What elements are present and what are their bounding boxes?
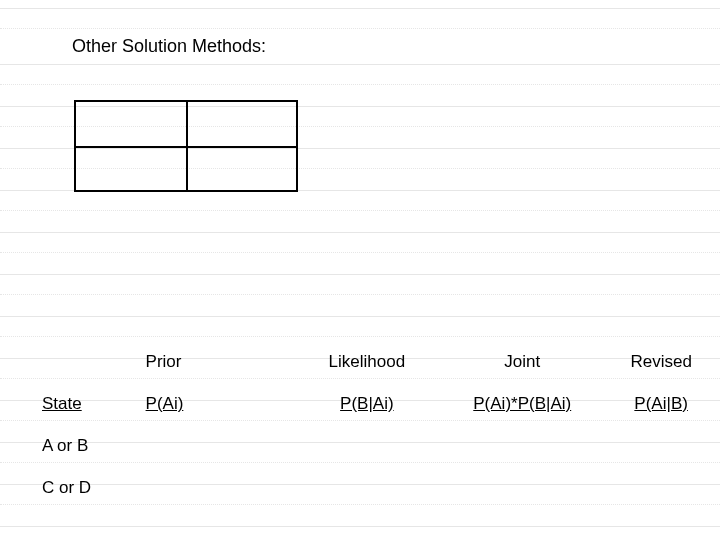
table-cell-state: C or D [0, 478, 152, 498]
section-heading: Other Solution Methods: [72, 36, 266, 57]
table-cell-state: A or B [0, 436, 152, 456]
table-row: C or D [0, 478, 720, 498]
grid-hline [76, 146, 296, 148]
table-subheader-likelihood: P(B|Ai) [292, 394, 443, 414]
table-header-joint: Joint [442, 352, 602, 372]
table-subheader-state: State [0, 394, 146, 414]
table-row: A or B [0, 436, 720, 456]
table-header-likelihood: Likelihood [292, 352, 443, 372]
lined-background [0, 0, 720, 540]
table-subheader-revised: P(Ai|B) [602, 394, 720, 414]
table-header-state [0, 352, 146, 372]
empty-2x2-grid [74, 100, 298, 192]
table-header-row: Prior Likelihood Joint Revised [0, 352, 720, 372]
table-subheader-prior: P(Ai) [146, 394, 292, 414]
table-subheader-joint: P(Ai)*P(B|Ai) [442, 394, 602, 414]
table-header-revised: Revised [602, 352, 720, 372]
table-subheader-row: State P(Ai) P(B|Ai) P(Ai)*P(B|Ai) P(Ai|B… [0, 394, 720, 414]
table-header-prior: Prior [146, 352, 292, 372]
